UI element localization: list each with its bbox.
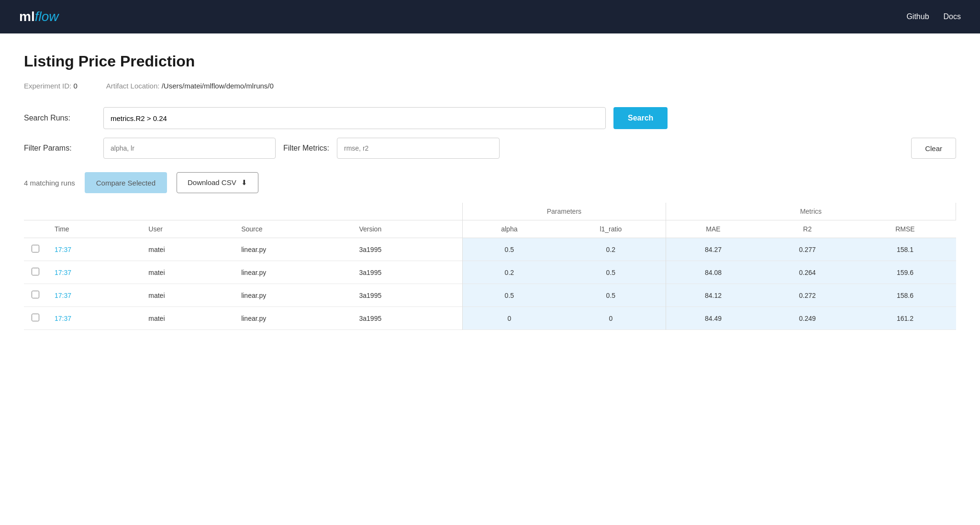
row-mae: 84.49 <box>666 307 760 330</box>
meta-info: Experiment ID: 0 Artifact Location: /Use… <box>24 82 956 90</box>
search-runs-input[interactable] <box>103 107 606 129</box>
row-version: 3a1995 <box>351 261 462 284</box>
source-col-header: Source <box>234 220 351 238</box>
row-r2: 0.277 <box>760 238 854 261</box>
row-source: linear.py <box>234 284 351 307</box>
r2-col-header: R2 <box>760 220 854 238</box>
docs-link[interactable]: Docs <box>944 12 961 21</box>
search-button[interactable]: Search <box>613 107 668 129</box>
row-user: matei <box>141 284 234 307</box>
artifact-location-label: Artifact Location: <box>106 82 160 90</box>
row-version: 3a1995 <box>351 307 462 330</box>
runs-table: Parameters Metrics Time User Source Vers… <box>24 203 956 330</box>
compare-selected-button[interactable]: Compare Selected <box>85 172 167 193</box>
row-version: 3a1995 <box>351 284 462 307</box>
artifact-location-value: /Users/matei/mlflow/demo/mlruns/0 <box>162 82 274 90</box>
row-mae: 84.08 <box>666 261 760 284</box>
header: mlflow Github Docs <box>0 0 980 33</box>
row-time[interactable]: 17:37 <box>47 238 141 261</box>
checkbox-col-header <box>24 220 47 238</box>
search-runs-label: Search Runs: <box>24 114 96 122</box>
row-checkbox[interactable] <box>32 268 39 275</box>
filter-row: Filter Params: Filter Metrics: Clear <box>24 138 956 159</box>
search-section: Search Runs: Search Filter Params: Filte… <box>24 107 956 159</box>
experiment-id: Experiment ID: 0 <box>24 82 78 90</box>
row-r2: 0.249 <box>760 307 854 330</box>
page-title: Listing Price Prediction <box>24 53 956 70</box>
row-source: linear.py <box>234 307 351 330</box>
header-nav: Github Docs <box>906 12 961 21</box>
row-alpha: 0.5 <box>462 284 556 307</box>
download-csv-button[interactable]: Download CSV ⬇ <box>177 172 258 193</box>
row-l1ratio: 0.5 <box>556 261 666 284</box>
row-mae: 84.12 <box>666 284 760 307</box>
group-header-row: Parameters Metrics <box>24 203 956 220</box>
row-time[interactable]: 17:37 <box>47 261 141 284</box>
mae-col-header: MAE <box>666 220 760 238</box>
table-row: 17:37 matei linear.py 3a1995 0.5 0.2 84.… <box>24 238 956 261</box>
row-user: matei <box>141 307 234 330</box>
row-version: 3a1995 <box>351 238 462 261</box>
row-checkbox-cell[interactable] <box>24 284 47 307</box>
experiment-id-value: 0 <box>73 82 77 90</box>
version-col-header: Version <box>351 220 462 238</box>
filter-params-label: Filter Params: <box>24 144 96 153</box>
row-l1ratio: 0.2 <box>556 238 666 261</box>
row-l1ratio: 0.5 <box>556 284 666 307</box>
row-checkbox[interactable] <box>32 314 39 321</box>
time-col-header: Time <box>47 220 141 238</box>
row-alpha: 0.5 <box>462 238 556 261</box>
row-checkbox[interactable] <box>32 245 39 252</box>
l1ratio-col-header: l1_ratio <box>556 220 666 238</box>
row-mae: 84.27 <box>666 238 760 261</box>
row-time[interactable]: 17:37 <box>47 284 141 307</box>
runs-table-wrapper: Parameters Metrics Time User Source Vers… <box>24 203 956 330</box>
row-user: matei <box>141 238 234 261</box>
table-row: 17:37 matei linear.py 3a1995 0.2 0.5 84.… <box>24 261 956 284</box>
rmse-col-header: RMSE <box>854 220 956 238</box>
main-content: Listing Price Prediction Experiment ID: … <box>0 33 980 525</box>
clear-button[interactable]: Clear <box>911 138 956 159</box>
row-rmse: 161.2 <box>854 307 956 330</box>
row-source: linear.py <box>234 238 351 261</box>
row-checkbox-cell[interactable] <box>24 261 47 284</box>
row-l1ratio: 0 <box>556 307 666 330</box>
search-runs-row: Search Runs: Search <box>24 107 956 129</box>
logo-flow: flow <box>35 9 59 24</box>
row-rmse: 158.1 <box>854 238 956 261</box>
table-row: 17:37 matei linear.py 3a1995 0 0 84.49 0… <box>24 307 956 330</box>
action-row: 4 matching runs Compare Selected Downloa… <box>24 172 956 193</box>
empty-group-header <box>24 203 462 220</box>
filter-metrics-label: Filter Metrics: <box>283 144 329 153</box>
row-source: linear.py <box>234 261 351 284</box>
row-time[interactable]: 17:37 <box>47 307 141 330</box>
row-checkbox-cell[interactable] <box>24 238 47 261</box>
filter-params-input[interactable] <box>103 138 276 159</box>
table-body: 17:37 matei linear.py 3a1995 0.5 0.2 84.… <box>24 238 956 330</box>
metrics-group-header: Metrics <box>666 203 956 220</box>
parameters-group-header: Parameters <box>462 203 666 220</box>
github-link[interactable]: Github <box>906 12 929 21</box>
table-row: 17:37 matei linear.py 3a1995 0.5 0.5 84.… <box>24 284 956 307</box>
user-col-header: User <box>141 220 234 238</box>
artifact-location: Artifact Location: /Users/matei/mlflow/d… <box>106 82 274 90</box>
alpha-col-header: alpha <box>462 220 556 238</box>
row-checkbox-cell[interactable] <box>24 307 47 330</box>
row-user: matei <box>141 261 234 284</box>
row-r2: 0.264 <box>760 261 854 284</box>
column-header-row: Time User Source Version alpha l1_ratio … <box>24 220 956 238</box>
row-alpha: 0 <box>462 307 556 330</box>
logo: mlflow <box>19 9 58 24</box>
row-rmse: 158.6 <box>854 284 956 307</box>
logo-ml: ml <box>19 9 35 24</box>
matching-runs-text: 4 matching runs <box>24 179 75 187</box>
row-rmse: 159.6 <box>854 261 956 284</box>
row-r2: 0.272 <box>760 284 854 307</box>
filter-metrics-input[interactable] <box>337 138 500 159</box>
row-alpha: 0.2 <box>462 261 556 284</box>
download-icon: ⬇ <box>241 178 247 187</box>
row-checkbox[interactable] <box>32 291 39 298</box>
experiment-id-label: Experiment ID: <box>24 82 71 90</box>
